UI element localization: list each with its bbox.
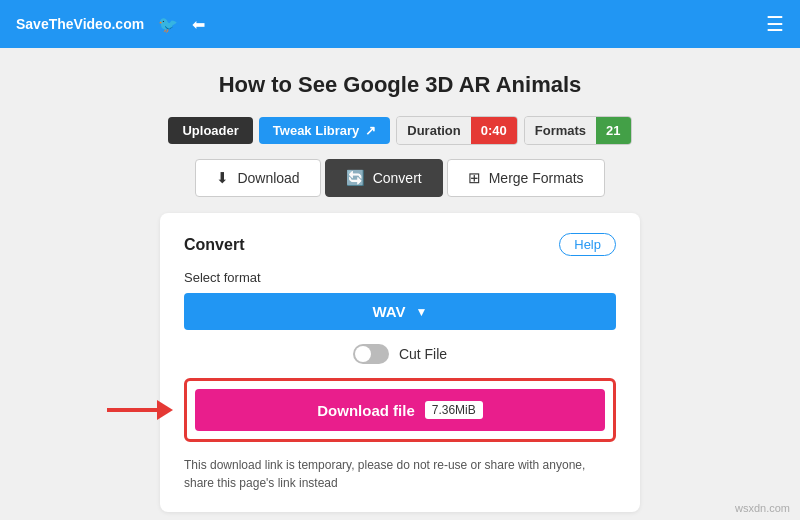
arrow-shaft bbox=[107, 408, 157, 412]
download-file-button[interactable]: Download file 7.36MiB bbox=[195, 389, 605, 431]
convert-card: Convert Help Select format WAV ▼ Cut Fil… bbox=[160, 213, 640, 512]
chevron-down-icon: ▼ bbox=[416, 305, 428, 319]
cut-file-toggle[interactable] bbox=[353, 344, 389, 364]
external-link-icon: ↗ bbox=[365, 123, 376, 138]
download-button[interactable]: ⬇ Download bbox=[195, 159, 320, 197]
convert-icon: 🔄 bbox=[346, 169, 365, 187]
duration-label: Duration bbox=[397, 117, 470, 144]
formats-label: Formats bbox=[525, 117, 596, 144]
tweak-library-label: Tweak Library bbox=[273, 123, 359, 138]
format-value: WAV bbox=[373, 303, 406, 320]
tab-formats[interactable]: Formats 21 bbox=[524, 116, 632, 145]
tabs-row: Uploader Tweak Library ↗ Duration 0:40 F… bbox=[168, 116, 631, 145]
disclaimer-text: This download link is temporary, please … bbox=[184, 456, 616, 492]
watermark: wsxdn.com bbox=[735, 502, 790, 514]
tab-uploader[interactable]: Uploader bbox=[168, 117, 252, 144]
tab-tweak-library[interactable]: Tweak Library ↗ bbox=[259, 117, 390, 144]
actions-row: ⬇ Download 🔄 Convert ⊞ Merge Formats bbox=[195, 159, 604, 197]
file-size-badge: 7.36MiB bbox=[425, 401, 483, 419]
format-dropdown[interactable]: WAV ▼ bbox=[184, 293, 616, 330]
share-icon[interactable]: ⬅ bbox=[192, 15, 205, 34]
card-header: Convert Help bbox=[184, 233, 616, 256]
arrow-indicator bbox=[107, 400, 173, 420]
cut-file-label: Cut File bbox=[399, 346, 447, 362]
page-title: How to See Google 3D AR Animals bbox=[219, 72, 582, 98]
convert-button[interactable]: 🔄 Convert bbox=[325, 159, 443, 197]
merge-icon: ⊞ bbox=[468, 169, 481, 187]
download-label: Download bbox=[237, 170, 299, 186]
merge-label: Merge Formats bbox=[489, 170, 584, 186]
download-icon: ⬇ bbox=[216, 169, 229, 187]
download-file-label: Download file bbox=[317, 402, 415, 419]
select-format-label: Select format bbox=[184, 270, 616, 285]
main-content: How to See Google 3D AR Animals Uploader… bbox=[0, 48, 800, 520]
formats-count: 21 bbox=[596, 117, 630, 144]
convert-label: Convert bbox=[373, 170, 422, 186]
header: SaveTheVideo.com 🐦 ⬅ ☰ bbox=[0, 0, 800, 48]
menu-icon[interactable]: ☰ bbox=[766, 12, 784, 36]
help-button[interactable]: Help bbox=[559, 233, 616, 256]
arrow-head bbox=[157, 400, 173, 420]
twitter-icon[interactable]: 🐦 bbox=[158, 15, 178, 34]
header-left: SaveTheVideo.com 🐦 ⬅ bbox=[16, 15, 205, 34]
card-title: Convert bbox=[184, 236, 244, 254]
merge-formats-button[interactable]: ⊞ Merge Formats bbox=[447, 159, 605, 197]
download-file-wrapper: Download file 7.36MiB bbox=[184, 378, 616, 442]
duration-value: 0:40 bbox=[471, 117, 517, 144]
site-logo[interactable]: SaveTheVideo.com bbox=[16, 16, 144, 32]
tab-duration[interactable]: Duration 0:40 bbox=[396, 116, 517, 145]
toggle-row: Cut File bbox=[184, 344, 616, 364]
